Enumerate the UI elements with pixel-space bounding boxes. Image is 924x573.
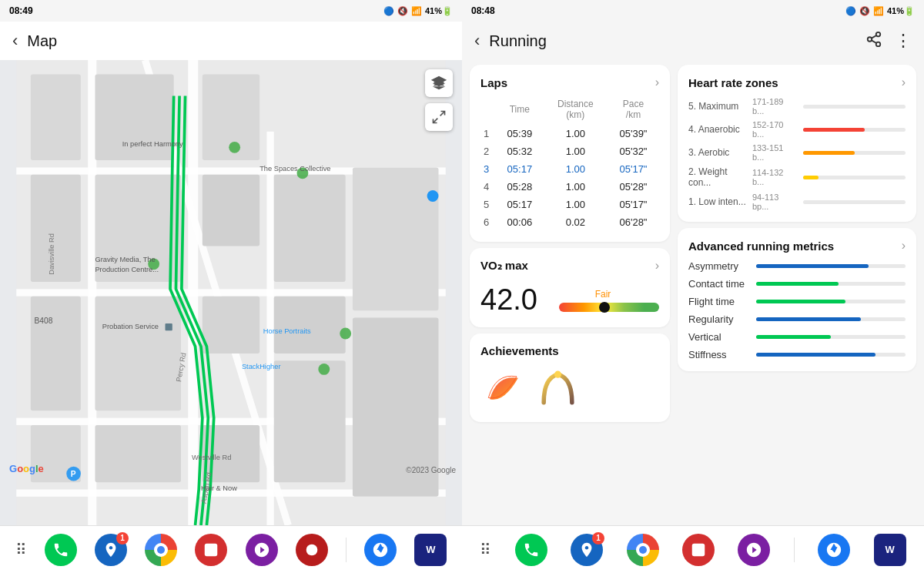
- battery-right: 41%🔋: [887, 6, 915, 16]
- lap-pace: 05'39": [608, 125, 659, 142]
- lap-pace: 05'17": [608, 196, 659, 213]
- time-left: 08:49: [9, 5, 33, 16]
- arm-list: Asymmetry Contact time Flight time Regul…: [688, 260, 906, 360]
- svg-rect-39: [166, 323, 172, 330]
- list-item: Stiffness: [688, 349, 906, 360]
- hr-zone-fill: [803, 176, 819, 179]
- hr-zones-title: Heart rate zones: [688, 76, 778, 89]
- hr-zone-fill: [803, 151, 855, 155]
- lap-distance: 1.00: [544, 125, 608, 142]
- svg-rect-51: [434, 79, 444, 81]
- running-title: Running: [489, 32, 547, 50]
- svg-rect-64: [692, 543, 705, 556]
- table-row: 4 05:28 1.00 05'28": [480, 178, 659, 196]
- running-header-left: ‹ Running: [474, 31, 547, 51]
- achievement-1: [480, 365, 527, 411]
- vo2-title: VO₂ max: [480, 259, 528, 273]
- svg-rect-52: [434, 82, 444, 83]
- svg-rect-24: [274, 360, 346, 482]
- arm-bar: [756, 300, 906, 303]
- running-right-col: Heart rate zones › 5. Maximum 171-189 b.…: [678, 65, 916, 521]
- svg-line-61: [872, 40, 876, 43]
- svg-line-55: [434, 119, 438, 123]
- arm-chevron[interactable]: ›: [902, 239, 906, 253]
- hr-zones-chevron[interactable]: ›: [902, 75, 906, 89]
- map-copyright: ©2023 Google: [406, 466, 456, 474]
- hr-zone-range: 152-170 b...: [752, 120, 797, 139]
- app1-nav-icon[interactable]: [195, 534, 227, 566]
- svg-point-32: [229, 142, 240, 153]
- achievements-row: [480, 365, 659, 411]
- laps-body: 1 05:39 1.00 05'39" 2 05:32 1.00 05'32" …: [480, 125, 659, 231]
- lap-num: 3: [480, 160, 496, 178]
- achievements-card: Achievements: [470, 333, 670, 422]
- maps-nav-icon[interactable]: 1: [95, 534, 127, 566]
- share-button[interactable]: [865, 31, 882, 52]
- app2-right-nav[interactable]: [738, 534, 770, 566]
- lap-time: 00:06: [496, 213, 544, 231]
- laps-col-distance: Distance(km): [544, 97, 608, 125]
- arm-metric-label: Contact time: [688, 278, 750, 290]
- more-button[interactable]: ⋮: [895, 31, 912, 51]
- running-header: ‹ Running ⋮: [462, 22, 924, 60]
- table-row: 2 05:32 1.00 05'32": [480, 142, 659, 160]
- list-item: Flight time: [688, 296, 906, 307]
- laps-col-num: [480, 97, 496, 125]
- lap-distance: 1.00: [544, 142, 608, 160]
- lap-time: 05:28: [496, 178, 544, 196]
- wear-right-nav[interactable]: W: [874, 534, 906, 566]
- list-item: 2. Weight con... 114-132 b...: [688, 166, 906, 188]
- phone-right-icon[interactable]: [515, 534, 547, 566]
- bottom-nav-left: ⠿ 1: [0, 525, 462, 573]
- phone-icon[interactable]: [45, 534, 77, 566]
- arm-bar-fill: [756, 300, 845, 303]
- svg-text:B408: B408: [34, 317, 52, 325]
- arm-bar: [756, 317, 906, 321]
- vo2-card-header: VO₂ max ›: [480, 259, 659, 273]
- app2-nav-icon[interactable]: [246, 534, 278, 566]
- arm-bar: [756, 264, 906, 268]
- maps-right-nav[interactable]: 1: [571, 534, 603, 566]
- svg-rect-17: [274, 175, 346, 282]
- bottom-nav-right: ⠿ 1: [462, 525, 924, 573]
- layers-button[interactable]: [425, 69, 453, 97]
- laps-title: Laps: [480, 76, 507, 89]
- svg-text:Westville Rd: Westville Rd: [192, 454, 231, 461]
- table-row: 1 05:39 1.00 05'39": [480, 125, 659, 142]
- laps-card: Laps › Time Distance(km) Pace/km 1 05: [470, 65, 670, 242]
- svg-text:In perfect Harmony: In perfect Harmony: [122, 140, 183, 148]
- messenger-nav-icon[interactable]: [364, 534, 397, 566]
- vo2-row: 42.0 Fair: [480, 280, 659, 317]
- back-button-running[interactable]: ‹: [474, 31, 480, 51]
- vo2-bar: [559, 303, 659, 312]
- svg-text:Gravity Media, The: Gravity Media, The: [95, 256, 155, 263]
- hr-zone-bar: [803, 128, 906, 132]
- lap-num: 1: [480, 125, 496, 142]
- hr-zone-label: 3. Aerobic: [688, 147, 746, 158]
- vo2-chevron[interactable]: ›: [655, 259, 659, 273]
- back-button-map[interactable]: ‹: [12, 31, 18, 51]
- arm-bar-fill: [756, 317, 861, 321]
- lap-num: 5: [480, 196, 496, 213]
- app-drawer-left[interactable]: ⠿: [15, 541, 27, 559]
- hr-zones-list: 5. Maximum 171-189 b... 4. Anaerobic 152…: [688, 97, 906, 211]
- arm-bar: [756, 353, 906, 357]
- status-icons-left: 🔵 🔇 📶 41%🔋: [383, 6, 453, 16]
- wear-nav-icon[interactable]: W: [414, 534, 447, 566]
- app1-right-nav[interactable]: [682, 534, 715, 566]
- svg-point-57: [306, 544, 317, 555]
- arm-metric-label: Stiffness: [688, 349, 750, 360]
- google-logo: Google: [9, 463, 44, 474]
- vo2-value: 42.0: [480, 283, 537, 317]
- chrome-nav-icon[interactable]: [145, 534, 177, 566]
- chrome-right-nav[interactable]: [627, 534, 659, 566]
- nav-divider-left: [346, 538, 346, 562]
- messenger-right-nav[interactable]: [818, 534, 850, 566]
- battery-left: 41%🔋: [425, 6, 453, 16]
- bluetooth-icon: 🔵: [383, 6, 394, 16]
- map-area[interactable]: Davisville Rd B408 Westville Rd Percy Rd…: [0, 60, 462, 525]
- app-drawer-right[interactable]: ⠿: [480, 541, 491, 559]
- app3-nav-icon[interactable]: [296, 534, 328, 566]
- laps-chevron[interactable]: ›: [655, 75, 659, 89]
- expand-button[interactable]: [425, 103, 453, 131]
